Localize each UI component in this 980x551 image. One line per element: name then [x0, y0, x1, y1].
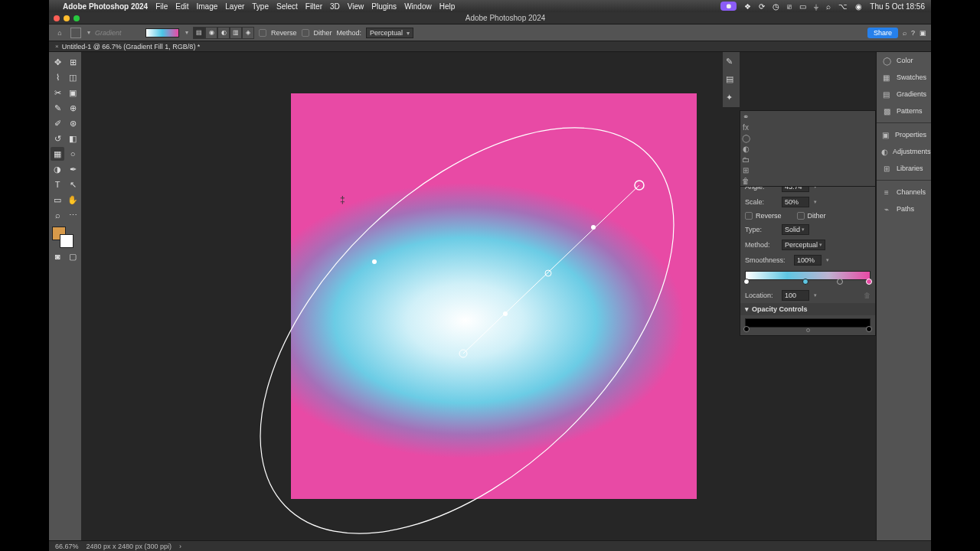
- close-tab-icon[interactable]: ×: [55, 43, 59, 50]
- smoothness-input[interactable]: 100%: [794, 255, 822, 266]
- method-select[interactable]: Perceptual ▾: [366, 28, 413, 38]
- lasso-tool[interactable]: ⌇: [51, 70, 64, 84]
- sync-icon[interactable]: ⟳: [759, 2, 765, 11]
- path-tool[interactable]: ↖: [66, 178, 80, 191]
- menu-3d[interactable]: 3D: [330, 2, 340, 11]
- dock-adjustments[interactable]: ◐Adjustments: [877, 143, 931, 160]
- clock-icon[interactable]: ◷: [773, 2, 779, 11]
- blur-tool[interactable]: ○: [66, 147, 80, 161]
- history-brush-tool[interactable]: ↺: [51, 132, 64, 145]
- new-layer-icon[interactable]: ⊞: [740, 165, 751, 175]
- eraser-tool[interactable]: ◧: [66, 132, 80, 145]
- dock-patterns[interactable]: ▩Patterns: [877, 103, 931, 119]
- home-icon[interactable]: ⌂: [54, 27, 66, 39]
- trash-icon[interactable]: 🗑: [864, 292, 871, 299]
- clone-tool[interactable]: ⊛: [66, 116, 80, 130]
- crop-tool[interactable]: ✂: [51, 86, 64, 99]
- zoom-tool[interactable]: ⌕: [51, 208, 64, 222]
- wifi-icon[interactable]: ⏚: [814, 2, 818, 11]
- eyedropper-tool[interactable]: ✎: [51, 101, 64, 115]
- dock-swatches[interactable]: ▦Swatches: [877, 69, 931, 86]
- menu-layer[interactable]: Layer: [225, 2, 244, 11]
- color-stop-2[interactable]: [802, 279, 808, 285]
- menu-help[interactable]: Help: [439, 2, 456, 11]
- search-icon[interactable]: ⌕: [903, 29, 906, 37]
- chevron-right-icon[interactable]: ›: [179, 543, 181, 550]
- move-tool[interactable]: ✥: [51, 55, 64, 69]
- menu-plugins[interactable]: Plugins: [371, 2, 397, 11]
- chevron-down-icon[interactable]: ▾: [814, 292, 817, 298]
- quickmask-icon[interactable]: ◙: [51, 249, 64, 263]
- midpoint-stop[interactable]: [837, 279, 843, 285]
- trash-icon[interactable]: 🗑: [740, 175, 751, 186]
- color-stop-1[interactable]: [743, 279, 750, 285]
- dither-checkbox[interactable]: [797, 212, 805, 220]
- menu-file[interactable]: File: [155, 2, 168, 11]
- shape-tool[interactable]: ▭: [51, 193, 64, 207]
- dock-paths[interactable]: ⌁Paths: [877, 201, 931, 217]
- document-tab[interactable]: × Untitled-1 @ 66.7% (Gradient Fill 1, R…: [49, 43, 206, 51]
- heal-tool[interactable]: ⊕: [66, 101, 80, 115]
- menu-type[interactable]: Type: [252, 2, 269, 11]
- opacity-slider[interactable]: [745, 318, 871, 328]
- chevron-down-icon[interactable]: ▾: [87, 29, 90, 36]
- color-stop-3[interactable]: [866, 279, 872, 285]
- dock-color[interactable]: ◯Color: [877, 52, 931, 69]
- canvas[interactable]: ‡: [291, 93, 697, 499]
- app-name[interactable]: Adobe Photoshop 2024: [63, 2, 148, 11]
- folder-icon[interactable]: 🗀: [740, 154, 751, 165]
- adjustment-icon[interactable]: ◐: [740, 143, 751, 154]
- record-pill-icon[interactable]: ⏺: [720, 2, 737, 11]
- menu-image[interactable]: Image: [196, 2, 217, 11]
- chevron-down-icon[interactable]: ▾: [185, 29, 188, 36]
- minimize-window-icon[interactable]: [64, 15, 70, 21]
- gradient-preview[interactable]: [145, 28, 179, 37]
- color-wells[interactable]: [51, 227, 80, 248]
- dock-properties[interactable]: ▣Properties: [877, 126, 931, 143]
- type-tool[interactable]: T: [51, 178, 64, 191]
- opacity-stop-2[interactable]: [866, 326, 872, 332]
- gradient-tool[interactable]: ▦: [51, 147, 64, 161]
- menubar-clock[interactable]: Thu 5 Oct 18:56: [870, 2, 925, 11]
- chevron-down-icon[interactable]: ▾: [826, 257, 829, 263]
- menu-select[interactable]: Select: [276, 2, 298, 11]
- chevron-down-icon[interactable]: ▾: [814, 199, 817, 205]
- linear-gradient-button[interactable]: ▤: [193, 27, 205, 39]
- dock-channels[interactable]: ≡Channels: [877, 184, 931, 201]
- close-window-icon[interactable]: [54, 15, 60, 21]
- screenmode-icon[interactable]: ▢: [66, 249, 80, 263]
- dither-checkbox[interactable]: [302, 29, 309, 37]
- dock-gradients[interactable]: ▤Gradients: [877, 86, 931, 103]
- menu-filter[interactable]: Filter: [305, 2, 322, 11]
- mask-icon[interactable]: ◯: [740, 132, 751, 143]
- angle-gradient-button[interactable]: ◐: [217, 27, 230, 39]
- zoom-level[interactable]: 66.67%: [55, 543, 79, 550]
- opacity-controls-header[interactable]: ▾Opacity Controls: [740, 303, 875, 315]
- opacity-stop-1[interactable]: [743, 326, 750, 332]
- spotlight-icon[interactable]: ⌕: [826, 2, 831, 11]
- siri-icon[interactable]: ◉: [855, 2, 862, 11]
- diamond-gradient-button[interactable]: ◈: [242, 27, 254, 39]
- reverse-checkbox[interactable]: [745, 212, 753, 220]
- dock-libraries[interactable]: ⊞Libraries: [877, 160, 931, 177]
- help-icon[interactable]: ?: [911, 29, 915, 37]
- frame-tool[interactable]: ▣: [66, 86, 80, 99]
- workspace-icon[interactable]: ▣: [920, 29, 926, 37]
- pen-tool[interactable]: ✒: [66, 162, 80, 176]
- tool-preset-icon[interactable]: [70, 28, 81, 38]
- artboard-tool[interactable]: ⊞: [66, 55, 80, 69]
- reflected-gradient-button[interactable]: ▥: [230, 27, 242, 39]
- status-icon[interactable]: ❖: [744, 2, 751, 11]
- hand-tool[interactable]: ✋: [66, 193, 80, 207]
- libraries-panel-icon[interactable]: ✦: [726, 93, 737, 103]
- scale-input[interactable]: 50%: [782, 197, 809, 207]
- swatch-panel-icon[interactable]: ▤: [726, 74, 737, 84]
- doc-info[interactable]: 2480 px x 2480 px (300 ppi): [87, 543, 172, 550]
- opacity-midpoint[interactable]: [806, 328, 810, 332]
- control-center-icon[interactable]: ⌥: [838, 2, 848, 11]
- screen-icon[interactable]: ⎚: [787, 2, 792, 11]
- radial-gradient-button[interactable]: ◉: [205, 27, 217, 39]
- brush-tool[interactable]: ✐: [51, 116, 64, 130]
- type-select[interactable]: Solid▾: [782, 224, 809, 235]
- gradient-color-slider[interactable]: [745, 271, 871, 280]
